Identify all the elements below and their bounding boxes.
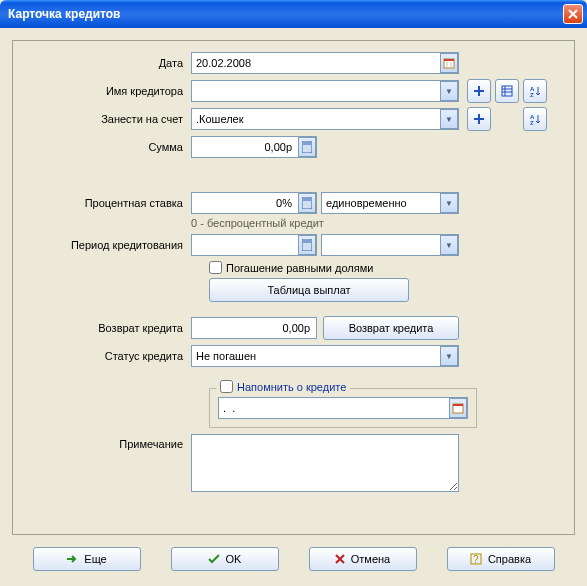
svg-rect-1 (444, 59, 454, 61)
account-combo[interactable] (191, 108, 459, 130)
svg-rect-19 (453, 404, 463, 406)
period-calc-button[interactable] (298, 235, 316, 255)
creditor-combo[interactable] (191, 80, 459, 102)
schedule-button[interactable]: Таблица выплат (209, 278, 409, 302)
return-button-label: Возврат кредита (349, 322, 434, 334)
sum-label: Сумма (23, 141, 191, 153)
cancel-button[interactable]: Отмена (309, 547, 417, 571)
calendar-icon (452, 402, 464, 414)
close-icon (568, 9, 578, 19)
window-title: Карточка кредитов (8, 7, 563, 21)
close-button[interactable] (563, 4, 583, 24)
ok-button-label: OK (226, 553, 242, 565)
svg-rect-15 (303, 198, 311, 201)
plus-icon (473, 85, 485, 97)
svg-rect-13 (303, 142, 311, 145)
titlebar: Карточка кредитов (0, 0, 587, 28)
help-icon: ? (470, 553, 482, 565)
rate-calc-button[interactable] (298, 193, 316, 213)
calculator-icon (302, 141, 312, 153)
account-dropdown-button[interactable]: ▼ (440, 109, 458, 129)
remind-calendar-button[interactable] (449, 398, 467, 418)
cancel-button-label: Отмена (351, 553, 390, 565)
calculator-icon (302, 197, 312, 209)
account-label: Занести на счет (23, 113, 191, 125)
creditor-dropdown-button[interactable]: ▼ (440, 81, 458, 101)
add-account-button[interactable] (467, 107, 491, 131)
plus-icon (473, 113, 485, 125)
remind-checkbox[interactable] (220, 380, 233, 393)
status-combo[interactable] (191, 345, 459, 367)
svg-text:?: ? (473, 554, 479, 565)
rate-mode-dropdown-button[interactable]: ▼ (440, 193, 458, 213)
calculator-icon (302, 239, 312, 251)
note-textarea[interactable] (191, 434, 459, 492)
svg-text:Z: Z (530, 92, 534, 97)
rate-mode-combo[interactable] (321, 192, 459, 214)
svg-rect-17 (303, 240, 311, 243)
period-label: Период кредитования (23, 239, 191, 251)
check-icon (208, 554, 220, 564)
sort-account-button[interactable]: AZ (523, 107, 547, 131)
return-input[interactable] (191, 317, 317, 339)
svg-rect-4 (502, 86, 512, 96)
list-creditor-button[interactable] (495, 79, 519, 103)
creditor-label: Имя кредитора (23, 85, 191, 97)
arrow-right-icon (66, 554, 78, 564)
equal-pay-label: Погашение равными долями (226, 262, 373, 274)
help-button[interactable]: ? Справка (447, 547, 555, 571)
date-input[interactable] (191, 52, 459, 74)
sort-creditor-button[interactable]: AZ (523, 79, 547, 103)
period-unit-combo[interactable] (321, 234, 459, 256)
sort-icon: AZ (529, 85, 541, 97)
list-icon (501, 85, 513, 97)
cross-icon (335, 554, 345, 564)
return-button[interactable]: Возврат кредита (323, 316, 459, 340)
status-dropdown-button[interactable]: ▼ (440, 346, 458, 366)
sort-icon: AZ (529, 113, 541, 125)
remind-date-input[interactable] (218, 397, 468, 419)
schedule-button-label: Таблица выплат (267, 284, 350, 296)
rate-hint: 0 - беспроцентный кредит (191, 217, 564, 229)
period-unit-dropdown-button[interactable]: ▼ (440, 235, 458, 255)
calendar-icon (443, 57, 455, 69)
help-button-label: Справка (488, 553, 531, 565)
date-label: Дата (23, 57, 191, 69)
svg-text:Z: Z (530, 120, 534, 125)
rate-label: Процентная ставка (23, 197, 191, 209)
more-button[interactable]: Еще (33, 547, 141, 571)
add-creditor-button[interactable] (467, 79, 491, 103)
remind-group: Напомнить о кредите (209, 388, 477, 428)
form-panel: Дата Имя кредитора ▼ (12, 40, 575, 535)
ok-button[interactable]: OK (171, 547, 279, 571)
calendar-button[interactable] (440, 53, 458, 73)
return-label: Возврат кредита (23, 322, 191, 334)
window-body: Дата Имя кредитора ▼ (0, 28, 587, 586)
note-label: Примечание (23, 434, 191, 450)
sum-calc-button[interactable] (298, 137, 316, 157)
status-label: Статус кредита (23, 350, 191, 362)
remind-label: Напомнить о кредите (237, 381, 346, 393)
more-button-label: Еще (84, 553, 106, 565)
equal-pay-checkbox[interactable] (209, 261, 222, 274)
button-bar: Еще OK Отмена ? Справка (12, 547, 575, 571)
